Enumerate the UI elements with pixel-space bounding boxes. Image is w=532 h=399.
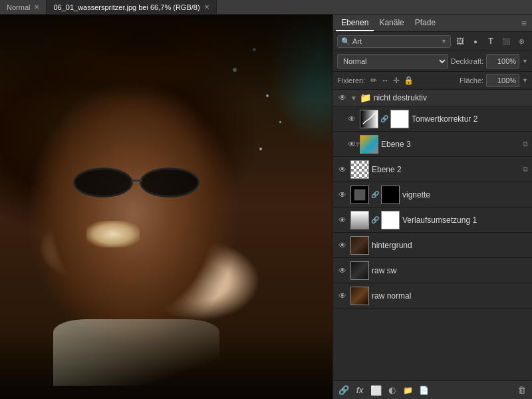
canvas-area[interactable] xyxy=(0,15,332,399)
filter-icon-image[interactable]: 🖼 xyxy=(454,35,467,48)
fix-lock-icon[interactable]: 🔒 xyxy=(404,76,414,85)
opacity-input[interactable] xyxy=(486,54,519,68)
layer-ebene3-thumb xyxy=(360,135,378,154)
fix-artboard-icon[interactable]: ✛ xyxy=(393,76,400,85)
tab-kanaele[interactable]: Kanäle xyxy=(374,15,409,31)
fix-label: Fixieren: xyxy=(337,76,365,84)
layer-verlauf-thumb xyxy=(350,211,369,229)
layer-tonwert-eye[interactable]: 👁 xyxy=(346,114,357,124)
layer-rawnormal-thumb xyxy=(350,287,369,305)
layer-group-nicht-destruktiv[interactable]: 👁 ▼ 📁 nicht destruktiv xyxy=(333,90,532,106)
flaeche-label: Fläche: xyxy=(460,76,483,84)
hand xyxy=(86,221,140,247)
layer-verlauf-mask xyxy=(381,211,400,229)
tab-photo-close[interactable]: ✕ xyxy=(204,3,209,11)
layer-verlauf-chain: 🔗 xyxy=(372,216,378,223)
layer-hintergrund-eye[interactable]: 👁 xyxy=(337,240,348,251)
layer-row-ebene3[interactable]: 👁 ☞ Ebene 3 ⧉ xyxy=(333,132,532,157)
layer-row-rawsw[interactable]: 👁 raw sw xyxy=(333,258,532,283)
tab-ebenen-label: Ebenen xyxy=(341,18,368,27)
panel-tabs-row: Ebenen Kanäle Pfade ≡ xyxy=(333,15,532,32)
blend-mode-select[interactable]: Normal Multiplizieren Abblenden xyxy=(337,54,448,68)
filter-dropdown-arrow[interactable]: ▼ xyxy=(441,38,447,45)
filter-icon-smart[interactable]: ⚙ xyxy=(515,35,528,48)
filter-icon-shape[interactable]: ⬛ xyxy=(499,35,513,48)
layer-ebene3-chain: ⧉ xyxy=(523,140,528,148)
bottom-toolbar: 🔗 fx ⬜ ◐ 📁 📄 🗑 xyxy=(333,380,532,399)
filter-icon-color[interactable]: ● xyxy=(469,35,482,48)
layer-row-ebene2[interactable]: 👁 Ebene 2 ⧉ xyxy=(333,157,532,182)
blend-row: Normal Multiplizieren Abblenden Deckkraf… xyxy=(333,51,532,72)
layer-verlauf-eye[interactable]: 👁 xyxy=(337,215,348,225)
layer-ebene2-name: Ebene 2 xyxy=(372,165,520,174)
tab-pfade[interactable]: Pfade xyxy=(410,15,441,31)
layers-list: 👁 ▼ 📁 nicht destruktiv 👁 🔗 xyxy=(333,90,532,380)
fix-row: Fixieren: ✏ ↔ ✛ 🔒 Fläche: ▼ xyxy=(333,72,532,90)
tab-bar: Normal ✕ 06_01_wasserspritzer.jpg bei 66… xyxy=(0,0,532,15)
flaeche-input[interactable] xyxy=(486,74,519,87)
glasses-right xyxy=(140,168,200,198)
layer-row-rawnormal[interactable]: 👁 raw normal xyxy=(333,283,532,309)
panel-menu-button[interactable]: ≡ xyxy=(519,18,529,29)
tab-normal-close[interactable]: ✕ xyxy=(34,3,39,11)
layer-vignette-chain: 🔗 xyxy=(372,191,378,198)
new-layer-button[interactable]: 📄 xyxy=(417,384,430,397)
fix-move-icon[interactable]: ↔ xyxy=(381,76,389,85)
filter-bar: 🔍 ▼ 🖼 ● T ⬛ ⚙ xyxy=(333,32,532,51)
new-group-button[interactable]: 📁 xyxy=(401,384,414,397)
fix-icons: ✏ ↔ ✛ 🔒 xyxy=(370,76,414,85)
opacity-label: Deckkraft: xyxy=(451,57,484,65)
filter-input[interactable] xyxy=(352,37,439,45)
shirt xyxy=(53,319,219,386)
layer-rawsw-name: raw sw xyxy=(372,266,528,275)
add-mask-button[interactable]: ⬜ xyxy=(369,384,382,397)
layer-rawnormal-name: raw normal xyxy=(372,291,528,301)
tab-kanaele-label: Kanäle xyxy=(379,18,404,27)
link-layers-button[interactable]: 🔗 xyxy=(337,384,350,397)
folder-icon: 📁 xyxy=(360,92,371,103)
layer-rawsw-eye[interactable]: 👁 xyxy=(337,265,348,276)
layer-vignette-name: vignette xyxy=(402,190,528,200)
layer-row-vignette[interactable]: 👁 🔗 vignette xyxy=(333,182,532,207)
search-box[interactable]: 🔍 ▼ xyxy=(337,35,451,48)
layer-vignette-mask xyxy=(381,186,400,204)
glasses-bridge xyxy=(132,180,142,182)
group-eye-icon[interactable]: 👁 xyxy=(337,92,348,103)
group-name: nicht destruktiv xyxy=(374,93,528,102)
cursor-hand-indicator: ☞ xyxy=(353,139,361,149)
tab-normal[interactable]: Normal ✕ xyxy=(0,0,47,14)
layer-vignette-thumb xyxy=(350,186,369,204)
layer-rawnormal-eye[interactable]: 👁 xyxy=(337,291,348,301)
tab-photo[interactable]: 06_01_wasserspritzer.jpg bei 66,7% (RGB/… xyxy=(47,0,216,14)
adjustment-layer-button[interactable]: ◐ xyxy=(385,384,398,397)
tab-pfade-label: Pfade xyxy=(415,18,436,27)
layer-rawsw-thumb xyxy=(350,261,369,280)
flaeche-arrow[interactable]: ▼ xyxy=(522,77,528,84)
layer-ebene3-name: Ebene 3 xyxy=(381,140,520,149)
search-icon: 🔍 xyxy=(341,37,350,46)
tab-normal-label: Normal xyxy=(7,3,30,11)
layer-row-tonwert[interactable]: 👁 🔗 Tonwertkorrektur 2 xyxy=(333,106,532,132)
tab-photo-label: 06_01_wasserspritzer.jpg bei 66,7% (RGB/… xyxy=(53,3,200,11)
droplet-5 xyxy=(259,148,262,150)
layer-tonwert-mask xyxy=(390,110,409,128)
layer-hintergrund-thumb xyxy=(350,236,369,255)
layer-tonwert-name: Tonwertkorrektur 2 xyxy=(412,114,528,124)
layer-tonwert-thumb xyxy=(360,110,378,128)
layer-hintergrund-name: hintergrund xyxy=(372,241,528,250)
layer-row-hintergrund[interactable]: 👁 hintergrund xyxy=(333,233,532,258)
droplet-4 xyxy=(279,121,281,123)
layer-ebene2-chain: ⧉ xyxy=(523,165,528,174)
tab-ebenen[interactable]: Ebenen xyxy=(336,15,374,31)
layer-row-verlauf[interactable]: 👁 🔗 Verlaufsumsetzung 1 xyxy=(333,207,532,233)
filter-icons: 🖼 ● T ⬛ ⚙ xyxy=(454,35,528,48)
layer-verlauf-name: Verlaufsumsetzung 1 xyxy=(402,215,528,225)
filter-icon-text[interactable]: T xyxy=(484,35,497,48)
group-expand-arrow[interactable]: ▼ xyxy=(350,94,357,102)
fix-draw-icon[interactable]: ✏ xyxy=(370,76,377,85)
layer-ebene2-eye[interactable]: 👁 xyxy=(337,164,348,175)
layer-vignette-eye[interactable]: 👁 xyxy=(337,190,348,200)
delete-layer-button[interactable]: 🗑 xyxy=(515,384,528,397)
opacity-arrow[interactable]: ▼ xyxy=(522,58,528,65)
layer-effects-button[interactable]: fx xyxy=(353,384,366,397)
